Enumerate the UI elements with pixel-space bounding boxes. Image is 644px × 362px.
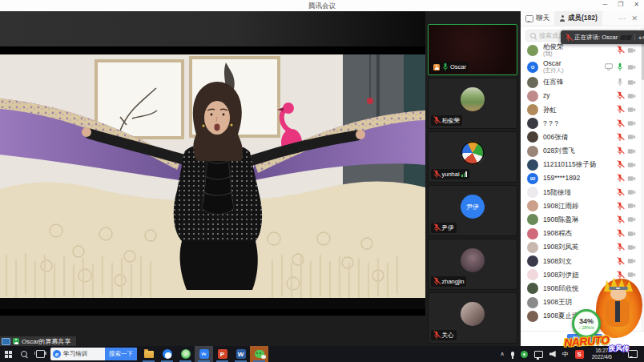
member-row[interactable]: 1908刘文 bbox=[521, 254, 641, 267]
participant-thumbnail[interactable]: 柏俊荣 bbox=[428, 78, 517, 129]
member-row[interactable]: 1908陈盈琳 bbox=[521, 213, 641, 227]
camera-icon bbox=[627, 120, 636, 127]
search-icon bbox=[21, 351, 27, 357]
avatar bbox=[527, 104, 538, 115]
file-explorer-icon[interactable] bbox=[139, 346, 158, 362]
taskbar-search-widget[interactable]: e 学习培训 搜索一下 bbox=[50, 348, 137, 360]
member-row[interactable]: ? ? ? bbox=[521, 117, 641, 131]
search-widget-button[interactable]: 搜索一下 bbox=[105, 348, 137, 360]
microphone-icon bbox=[433, 116, 440, 125]
microphone-icon bbox=[617, 78, 623, 86]
participant-thumbnail[interactable]: 尹伊 尹伊 bbox=[428, 185, 517, 236]
member-row[interactable]: 1908江雨婷 bbox=[521, 199, 641, 213]
member-row[interactable]: 1908邱欣悦 bbox=[521, 282, 641, 296]
member-row[interactable]: 孙虹 bbox=[521, 103, 641, 116]
windows-logo-icon bbox=[5, 351, 8, 354]
screen-share-label: Oscar的屏幕共享 bbox=[22, 337, 70, 346]
tencent-meeting-icon[interactable] bbox=[195, 346, 213, 362]
avatar bbox=[527, 283, 538, 294]
browser-q-icon[interactable] bbox=[158, 346, 176, 362]
tab-members[interactable]: 成员(182) bbox=[554, 11, 602, 26]
volume-icon[interactable] bbox=[546, 346, 559, 362]
taskbar-clock[interactable]: 16:27 2022/4/6 bbox=[587, 348, 617, 360]
member-row[interactable]: 1908王玥 bbox=[521, 296, 641, 309]
participant-thumbnail[interactable]: zhangjin bbox=[428, 239, 517, 290]
meeting-main-area: Oscar的屏幕共享 Oscar bbox=[0, 11, 644, 346]
window-titlebar: 腾讯会议 ─ ❐ ✕ bbox=[0, 0, 644, 11]
minimize-button[interactable]: ─ bbox=[602, 1, 607, 8]
thumbnail-label: yunhai bbox=[431, 169, 469, 179]
camera-icon bbox=[627, 93, 636, 99]
restore-arrow-icon[interactable]: ↩ bbox=[638, 34, 644, 42]
wechat-icon[interactable] bbox=[250, 346, 268, 362]
word-icon[interactable]: W bbox=[231, 346, 250, 362]
task-view-button[interactable] bbox=[32, 346, 48, 362]
microphone-icon bbox=[433, 223, 440, 232]
camera-icon bbox=[627, 175, 636, 182]
window-title: 腾讯会议 bbox=[0, 2, 644, 11]
avatar: 尹伊 bbox=[461, 195, 485, 219]
microphone-icon bbox=[617, 284, 623, 293]
video-scene bbox=[0, 54, 425, 309]
avatar bbox=[461, 302, 485, 326]
microphone-icon bbox=[617, 271, 623, 280]
ime-indicator[interactable]: 中 bbox=[559, 346, 572, 362]
green-app-icon[interactable] bbox=[517, 346, 531, 362]
microphone-icon bbox=[617, 229, 623, 238]
search-widget-text[interactable]: 学习培训 bbox=[63, 350, 105, 358]
thumbnail-label: Oscar bbox=[431, 62, 469, 72]
unmute-button[interactable]: 解除静音 bbox=[567, 334, 602, 343]
panel-tabbar: 聊天 成员(182) ··· ✕ bbox=[521, 11, 644, 26]
microphone-icon bbox=[617, 215, 623, 224]
microphone-icon bbox=[617, 174, 623, 183]
close-button[interactable]: ✕ bbox=[634, 1, 639, 8]
member-row[interactable]: 1908刘伊妞 bbox=[521, 268, 641, 282]
participant-thumbnail[interactable]: Oscar bbox=[428, 24, 517, 75]
participant-thumbnail[interactable]: 关心 bbox=[428, 292, 517, 344]
member-row[interactable]: 028刘雪飞 bbox=[521, 144, 641, 158]
tab-chat[interactable]: 聊天 bbox=[521, 11, 554, 26]
powerpoint-icon[interactable]: P bbox=[213, 346, 231, 362]
presenter-icon bbox=[13, 338, 19, 344]
start-button[interactable] bbox=[0, 346, 16, 362]
member-row[interactable]: 柏俊荣 (我) bbox=[521, 42, 641, 58]
chevron-up-icon[interactable]: ∧ bbox=[497, 346, 508, 362]
member-row[interactable]: 112110115徐子扬 bbox=[521, 158, 641, 171]
camera-icon bbox=[627, 231, 636, 237]
member-row[interactable]: 任富锋 bbox=[521, 75, 641, 89]
member-row[interactable]: 1908刘凤英 bbox=[521, 240, 641, 254]
microphone-icon bbox=[617, 312, 623, 320]
camera-icon bbox=[627, 107, 636, 113]
avatar: O bbox=[527, 62, 538, 73]
camera-icon bbox=[627, 189, 636, 195]
participant-thumbnail[interactable]: yunhai bbox=[428, 131, 517, 183]
signal-strength-icon bbox=[461, 171, 467, 177]
microphone-icon bbox=[617, 188, 623, 197]
member-row[interactable]: 92 159****1892 bbox=[521, 171, 641, 185]
panel-close-button[interactable]: ✕ bbox=[631, 14, 638, 22]
member-row[interactable]: O Oscar (主持人) bbox=[521, 58, 641, 75]
browser-green-icon[interactable] bbox=[176, 346, 195, 362]
more-button[interactable]: ··· bbox=[618, 14, 626, 22]
member-row[interactable]: 006张倩 bbox=[521, 131, 641, 144]
maximize-button[interactable]: ❐ bbox=[618, 1, 623, 8]
microphone-icon bbox=[617, 257, 623, 266]
member-row[interactable]: 15陆徐瑾 bbox=[521, 186, 641, 199]
camera-icon bbox=[627, 258, 636, 264]
member-row[interactable]: 1908程杰 bbox=[521, 227, 641, 240]
panel-scrollbar[interactable] bbox=[641, 27, 644, 346]
network-icon[interactable] bbox=[531, 346, 546, 362]
action-center-icon[interactable] bbox=[628, 350, 638, 358]
camera-icon bbox=[627, 216, 636, 223]
browser-e-icon: e bbox=[53, 350, 61, 358]
microphone-icon bbox=[617, 133, 623, 142]
avatar bbox=[527, 255, 538, 267]
sogou-icon[interactable]: S bbox=[572, 346, 587, 362]
taskbar-search-button[interactable] bbox=[16, 346, 32, 362]
member-row[interactable]: zy bbox=[521, 89, 641, 103]
microphone-icon bbox=[433, 331, 440, 340]
screen-share-icon bbox=[605, 63, 613, 70]
microphone-icon[interactable] bbox=[508, 346, 517, 362]
screen-share-icon bbox=[2, 338, 10, 345]
member-row[interactable]: 1908夏止境 bbox=[521, 309, 641, 323]
